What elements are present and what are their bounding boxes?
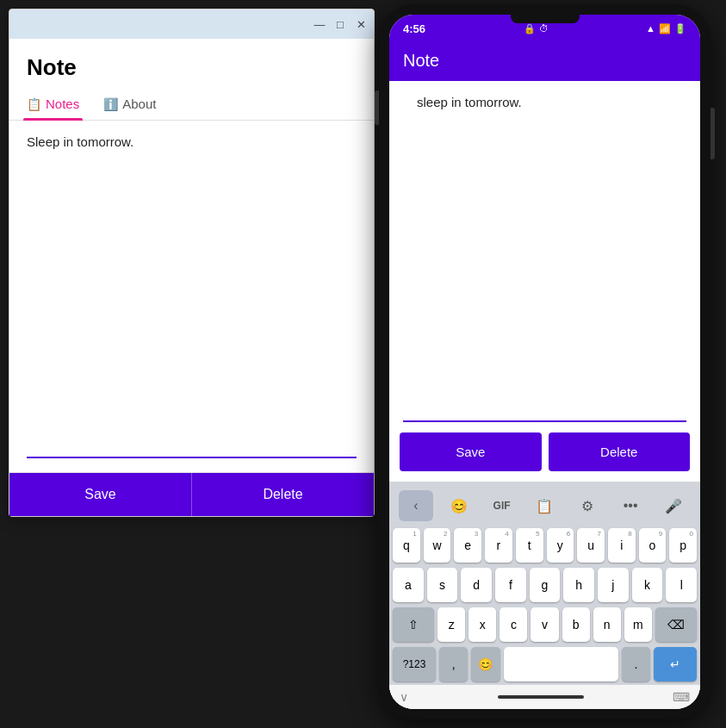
battery-icon: 🔋 [674,23,686,34]
key-r[interactable]: r4 [485,528,512,563]
key-j[interactable]: j [598,568,629,602]
key-enter[interactable]: ↵ [654,647,697,681]
kb-row-2: a s d f g h j k l [393,568,697,602]
key-e[interactable]: e3 [454,528,481,563]
key-u[interactable]: u7 [577,528,605,563]
wifi-icon: ▲ [646,23,655,34]
note-content-area: Sleep in tomorrow. [9,121,374,472]
save-button[interactable]: Save [9,473,192,516]
key-emoji[interactable]: 😊 [471,647,500,681]
key-w[interactable]: w2 [424,528,451,563]
key-o[interactable]: o9 [639,528,667,563]
key-v[interactable]: v [531,607,558,642]
kb-clipboard-button[interactable]: 📋 [527,490,562,521]
key-f[interactable]: f [495,568,526,602]
window-controls: — □ ✕ [313,18,367,30]
key-z[interactable]: z [437,607,465,642]
phone-screen: 4:56 🔒 ⏱ ▲ 📶 🔋 Note sleep in tomorrow. [389,15,700,709]
kb-sticker-button[interactable]: 😊 [442,490,476,521]
key-b[interactable]: b [562,607,590,642]
phone-save-button[interactable]: Save [400,432,542,471]
phone-container: 4:56 🔒 ⏱ ▲ 📶 🔋 Note sleep in tomorrow. [379,4,710,719]
keyboard-layout-icon: ⌨ [673,690,690,704]
about-tab-icon: ℹ️ [103,97,118,111]
key-shift[interactable]: ⇧ [393,607,434,642]
kb-mic-button[interactable]: 🎤 [656,490,691,521]
kb-row-1: q1 w2 e3 r4 t5 y6 u7 i8 o9 p0 [393,528,697,563]
lock-icon: 🔒 [524,23,536,34]
desktop-window: — □ ✕ Note 📋 Notes ℹ️ About Sleep in tom… [9,9,375,517]
key-n[interactable]: n [593,607,621,642]
key-i[interactable]: i8 [608,528,636,563]
status-left-icons: 🔒 ⏱ [524,23,549,34]
key-q[interactable]: q1 [393,528,420,563]
maximize-button[interactable]: □ [334,18,346,30]
key-l[interactable]: l [666,568,697,602]
key-t[interactable]: t5 [516,528,543,563]
kb-more-button[interactable]: ••• [613,490,648,521]
tab-bar: 📋 Notes ℹ️ About [9,90,374,121]
minimize-button[interactable]: — [313,18,326,30]
clipboard-status-icon: ⏱ [539,23,549,34]
key-c[interactable]: c [500,607,527,642]
key-space[interactable] [504,647,618,681]
key-sym[interactable]: ?123 [393,647,436,681]
phone-note-display: sleep in tomorrow. [403,81,686,422]
key-k[interactable]: k [632,568,663,602]
tab-about[interactable]: ℹ️ About [100,90,159,120]
keyboard-toolbar: ‹ 😊 GIF 📋 ⚙ ••• 🎤 [393,487,697,525]
window-titlebar: — □ ✕ [9,9,374,39]
app-content: sleep in tomorrow. Save Delete ‹ 😊 GIF 📋… [389,81,700,709]
notes-tab-icon: 📋 [27,97,41,111]
phone-delete-button[interactable]: Delete [549,432,691,471]
key-x[interactable]: x [468,607,496,642]
delete-button[interactable]: Delete [192,473,374,516]
tab-notes[interactable]: 📋 Notes [23,90,83,120]
phone-frame: 4:56 🔒 ⏱ ▲ 📶 🔋 Note sleep in tomorrow. [379,4,710,719]
window-action-buttons: Save Delete [9,472,374,516]
kb-gif-button[interactable]: GIF [485,490,519,521]
kb-row-3: ⇧ z x c v b n m ⌫ [393,607,697,642]
kb-row-4: ?123 , 😊 . ↵ [393,647,697,681]
phone-notch [511,15,580,23]
key-comma[interactable]: , [439,647,468,681]
home-indicator [498,695,584,699]
keyboard-rows: q1 w2 e3 r4 t5 y6 u7 i8 o9 p0 [393,528,697,681]
notes-tab-label: Notes [46,96,79,111]
status-right-icons: ▲ 📶 🔋 [646,23,686,34]
key-period[interactable]: . [622,647,650,681]
keyboard: ‹ 😊 GIF 📋 ⚙ ••• 🎤 q1 w2 e3 [389,482,700,685]
app-header: Note [389,42,700,81]
phone-action-buttons: Save Delete [389,422,700,482]
key-backspace[interactable]: ⌫ [655,607,697,642]
signal-icon: 📶 [659,23,671,34]
window-title: Note [9,39,374,90]
key-y[interactable]: y6 [547,528,574,563]
key-d[interactable]: d [461,568,492,602]
note-textarea[interactable]: Sleep in tomorrow. [27,134,357,458]
key-p[interactable]: p0 [669,528,697,563]
about-tab-label: About [122,96,156,111]
key-a[interactable]: a [393,568,424,602]
kb-settings-button[interactable]: ⚙ [570,490,605,521]
key-m[interactable]: m [624,607,652,642]
key-g[interactable]: g [530,568,561,602]
chevron-down-icon: ∨ [400,690,408,704]
phone-bottom-bar: ∨ ⌨ [389,685,700,709]
key-h[interactable]: h [563,568,594,602]
key-s[interactable]: s [427,568,458,602]
close-button[interactable]: ✕ [355,18,367,30]
app-title: Note [403,51,686,71]
kb-back-button[interactable]: ‹ [399,490,433,521]
status-time: 4:56 [403,22,425,35]
window-body: Note 📋 Notes ℹ️ About Sleep in tomorrow.… [9,39,374,516]
